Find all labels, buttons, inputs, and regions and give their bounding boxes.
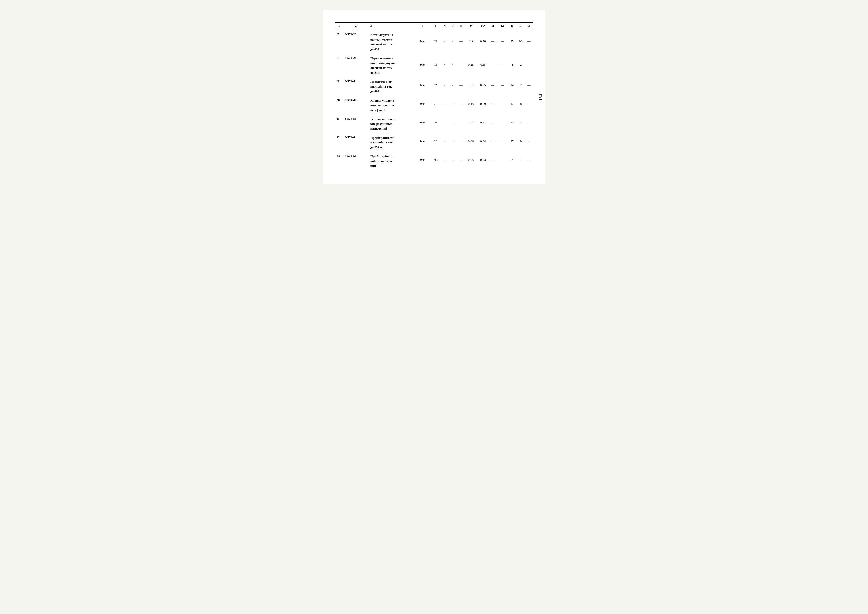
row-unit: Iнт [414, 132, 430, 150]
row-col12: — [497, 113, 508, 132]
row-col9: I,I4 [465, 29, 477, 53]
row-col10: 0,78 [477, 29, 489, 53]
row-unit: Iнт [414, 95, 430, 113]
row-col15: — [525, 29, 533, 53]
row-unit: Iнт [414, 150, 430, 169]
row-col12: — [497, 95, 508, 113]
col-header-2: 2 [343, 22, 369, 29]
row-id: 20 [335, 95, 343, 113]
row-col11: — [489, 95, 497, 113]
row-col8: — [457, 113, 465, 132]
col-header-1: I [335, 22, 343, 29]
row-col9: 0,66 [465, 132, 477, 150]
row-col7: — [449, 95, 457, 113]
row-description: Переключательпакетный двухпо-люсный на т… [369, 52, 415, 76]
row-col6: — [441, 95, 449, 113]
row-code: 8-574-44 [343, 76, 369, 95]
row-col5: I2 [430, 76, 441, 95]
row-col15 [525, 52, 533, 76]
row-unit: Iнт [414, 113, 430, 132]
row-col8: — [457, 132, 465, 150]
row-code: 8-574-47 [343, 95, 369, 113]
main-table: I 2 3 4 5 6 7 8 9 IO II I2 I3 I4 I5 [335, 22, 533, 169]
row-col6: — [441, 113, 449, 132]
row-col8: — [457, 76, 465, 95]
row-col12: — [497, 29, 508, 53]
row-col11: — [489, 150, 497, 169]
row-col13: 7 [508, 150, 517, 169]
row-col6: ← [441, 52, 449, 76]
row-col11: — [489, 52, 497, 76]
row-col10: 0,73 [477, 113, 489, 132]
row-col13: I9 [508, 113, 517, 132]
row-id: 22 [335, 132, 343, 150]
row-description: Кнопка управле-ния, количествоштифтов I [369, 95, 415, 113]
table-container: I 2 3 4 5 6 7 8 9 IO II I2 I3 I4 I5 [335, 22, 533, 169]
row-col5: I3 [430, 52, 441, 76]
row-col13: I4 [508, 76, 517, 95]
row-unit: Iнт [414, 52, 430, 76]
page-number-margin: 138 [539, 10, 543, 184]
row-unit: Iнт [414, 29, 430, 53]
row-col15: — [525, 76, 533, 95]
row-col5: I3 [430, 29, 441, 53]
row-col5: °I3 [430, 150, 441, 169]
row-code: 8-574-56 [343, 150, 369, 169]
row-col8: — [457, 29, 465, 53]
row-col11: — [489, 132, 497, 150]
row-col13: I2 [508, 95, 517, 113]
row-col12: — [497, 76, 508, 95]
row-id: I7 [335, 29, 343, 53]
row-col15: • [525, 132, 533, 150]
row-code: 8-574-6 [343, 132, 369, 150]
page: I 2 3 4 5 6 7 8 9 IO II I2 I3 I4 I5 [323, 10, 545, 184]
row-col15: — [525, 150, 533, 169]
row-col9: I,I5 [465, 76, 477, 95]
row-col14: IO [517, 29, 525, 53]
col-header-12: I2 [497, 22, 508, 29]
row-col14: I2 [517, 113, 525, 132]
row-col6: — [441, 150, 449, 169]
row-col6: ← [441, 76, 449, 95]
row-col6: ← [441, 29, 449, 53]
col-header-15: I5 [525, 22, 533, 29]
row-col7: ← [449, 76, 457, 95]
row-col14: 8 [517, 95, 525, 113]
col-header-5: 5 [430, 22, 441, 29]
row-col10: 0,55 [477, 76, 489, 95]
row-description: Предохранительплавкий на токдо 250 А [369, 132, 415, 150]
col-header-3: 3 [369, 22, 415, 29]
row-col11: — [489, 76, 497, 95]
row-col8: — [457, 150, 465, 169]
row-col13: I5 [508, 29, 517, 53]
col-header-8: 8 [457, 22, 465, 29]
row-code: 8-574-28 [343, 52, 369, 76]
row-description: Прибор зрitel'–ной сигнализа-ции [369, 150, 415, 169]
col-header-11: II [489, 22, 497, 29]
row-col8: — [457, 52, 465, 76]
row-col14: 4 [517, 150, 525, 169]
row-col7: — [449, 132, 457, 150]
row-col9: 0,45 [465, 95, 477, 113]
col-header-9: 9 [465, 22, 477, 29]
row-col14: 2 [517, 52, 525, 76]
row-col9: 0,55 [465, 150, 477, 169]
col-header-13: I3 [508, 22, 517, 29]
col-header-7: 7 [449, 22, 457, 29]
row-col12: — [497, 52, 508, 76]
row-col6: — [441, 132, 449, 150]
col-header-4: 4 [414, 22, 430, 29]
row-col10: 0,29 [477, 95, 489, 113]
col-header-10: IO [477, 22, 489, 29]
row-id: I8 [335, 52, 343, 76]
row-col5: 26 [430, 95, 441, 113]
row-code: 8-574-55 [343, 113, 369, 132]
row-col13: 4 [508, 52, 517, 76]
row-description: Реле электричес-кие различныеназначений [369, 113, 415, 132]
row-col15: — [525, 113, 533, 132]
row-col5: 26 [430, 132, 441, 150]
row-id: I9 [335, 76, 343, 95]
col-header-14: I4 [517, 22, 525, 29]
row-col7: ← [449, 52, 457, 76]
row-col11: — [489, 113, 497, 132]
